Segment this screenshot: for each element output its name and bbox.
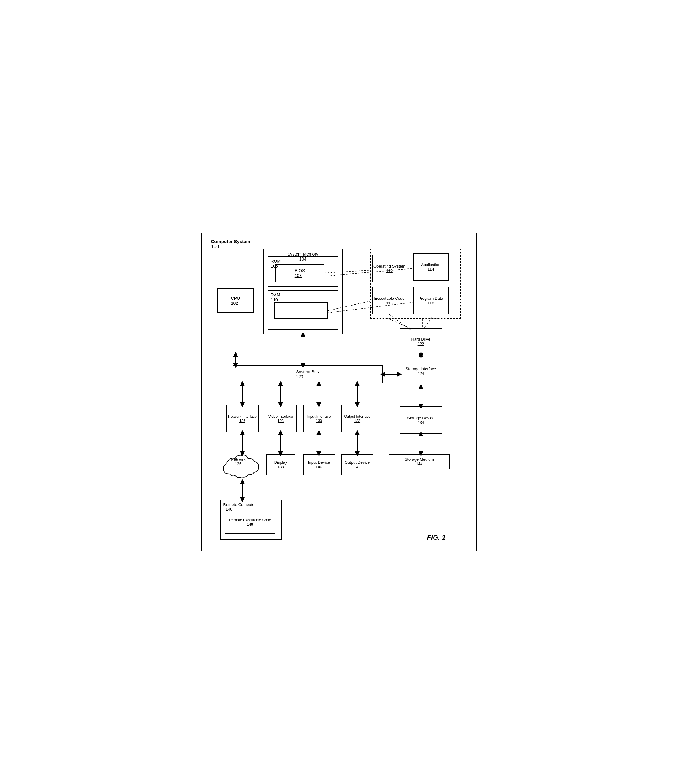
- app-num: 114: [428, 267, 434, 271]
- os-box: Operating System 112: [372, 255, 407, 282]
- storage-medium-box: Storage Medium 144: [389, 454, 450, 469]
- diagram-page: Computer System 100 System Memory 104 RO…: [201, 232, 477, 552]
- bios-num: 108: [295, 273, 302, 278]
- prog-data-box: Program Data 118: [413, 287, 448, 315]
- input-device-box: Input Device 140: [303, 454, 335, 475]
- net-iface-num: 126: [239, 419, 246, 423]
- display-box: Display 138: [266, 454, 295, 475]
- remote-exec-num: 148: [247, 522, 253, 527]
- cpu-num: 102: [231, 301, 238, 305]
- output-iface-num: 132: [354, 419, 360, 423]
- hard-drive-num: 122: [418, 341, 425, 346]
- storage-medium-label: Storage Medium: [405, 457, 434, 461]
- figure-label: FIG. 1: [427, 534, 445, 542]
- system-bus-label: System Bus: [296, 369, 319, 374]
- storage-iface-label: Storage Interface: [406, 366, 436, 371]
- video-iface-label: Video Interface: [268, 415, 293, 419]
- network-label: Network: [231, 457, 246, 461]
- svg-line-19: [389, 319, 410, 328]
- svg-line-22: [424, 318, 432, 328]
- bios-label: BIOS: [295, 268, 305, 273]
- video-interface-box: Video Interface 128: [265, 405, 297, 432]
- remote-exec-label: Remote Executable Code: [229, 518, 271, 522]
- hard-drive-label: Hard Drive: [411, 337, 430, 341]
- title-area: Computer System 100: [211, 239, 250, 249]
- exec-code-box: Executable Code 116: [372, 287, 407, 315]
- display-num: 138: [277, 464, 284, 469]
- output-device-box: Output Device 142: [341, 454, 373, 475]
- cpu-box: CPU 102: [217, 288, 254, 313]
- title-num: 100: [211, 244, 250, 249]
- ram-num: 110: [271, 297, 278, 302]
- input-device-num: 140: [316, 464, 322, 469]
- ram-label: RAM: [271, 292, 337, 297]
- system-bus-num: 120: [296, 374, 303, 379]
- bios-box: BIOS 108: [275, 264, 325, 282]
- network-num: 136: [235, 461, 241, 466]
- system-bus-box: System Bus 120: [233, 365, 383, 383]
- hard-drive-box: Hard Drive 122: [400, 328, 442, 354]
- output-interface-box: Output Interface 132: [341, 405, 373, 432]
- app-label: Application: [421, 262, 440, 267]
- app-box: Application 114: [413, 253, 448, 281]
- output-device-num: 142: [354, 464, 361, 469]
- storage-iface-num: 124: [418, 371, 425, 376]
- prog-data-num: 118: [428, 301, 434, 305]
- storage-medium-num: 144: [416, 461, 423, 466]
- storage-interface-box: Storage Interface 124: [400, 356, 442, 387]
- output-iface-label: Output Interface: [344, 415, 370, 419]
- system-memory-label: System Memory: [264, 252, 342, 257]
- output-device-label: Output Device: [345, 460, 370, 464]
- net-iface-label: Network Interface: [228, 415, 257, 419]
- rom-label: ROM: [271, 259, 337, 263]
- storage-device-num: 134: [418, 420, 425, 425]
- input-iface-label: Input Interface: [307, 415, 331, 419]
- prog-data-label: Program Data: [418, 296, 443, 301]
- os-num: 112: [386, 268, 393, 273]
- page-title: Computer System: [211, 239, 250, 244]
- exec-code-num: 116: [386, 301, 393, 305]
- input-interface-box: Input Interface 130: [303, 405, 335, 432]
- remote-exec-box: Remote Executable Code 148: [225, 511, 275, 534]
- cpu-label: CPU: [231, 296, 240, 301]
- os-label: Operating System: [373, 264, 405, 268]
- ram-inner-box: [274, 302, 328, 319]
- storage-device-box: Storage Device 134: [400, 407, 442, 434]
- network-cloud: [220, 451, 263, 482]
- storage-device-label: Storage Device: [407, 416, 434, 420]
- network-interface-box: Network Interface 126: [226, 405, 258, 432]
- input-iface-num: 130: [316, 419, 322, 423]
- remote-computer-label: Remote Computer: [223, 502, 281, 507]
- display-label: Display: [274, 460, 288, 464]
- input-device-label: Input Device: [308, 460, 330, 464]
- exec-code-label: Executable Code: [374, 296, 404, 301]
- video-iface-num: 128: [278, 419, 284, 423]
